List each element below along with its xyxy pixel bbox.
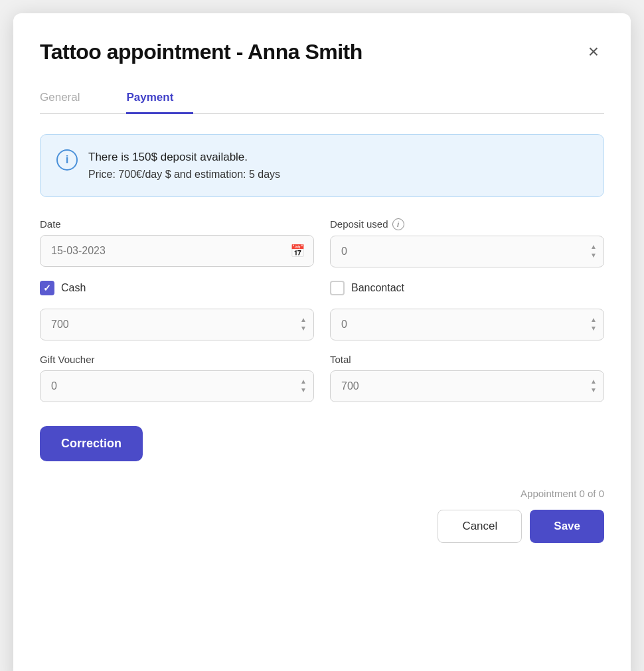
modal-title: Tattoo appointment - Anna Smith: [40, 40, 362, 64]
gift-total-row: Gift Voucher ▲ ▼ Total ▲ ▼: [40, 354, 604, 402]
bancontact-checkbox-group: Bancontact: [330, 281, 604, 295]
cash-spinner: ▲ ▼: [298, 316, 309, 333]
date-label: Date: [40, 218, 314, 230]
cancel-button[interactable]: Cancel: [438, 510, 522, 543]
cash-decrement[interactable]: ▼: [298, 325, 309, 333]
appointment-counter: Appointment 0 of 0: [521, 488, 604, 499]
cash-label: Cash: [61, 282, 86, 294]
cash-input[interactable]: [40, 309, 314, 340]
bancontact-checkbox[interactable]: [330, 281, 345, 295]
cash-input-wrapper: ▲ ▼: [40, 309, 314, 340]
bottom-section: Appointment 0 of 0 Cancel Save: [40, 488, 604, 543]
cash-bancontact-checkbox-row: Cash Bancontact: [40, 281, 604, 295]
deposit-label: Deposit used i: [330, 218, 604, 230]
modal-header: Tattoo appointment - Anna Smith ×: [40, 40, 604, 64]
bancontact-increment[interactable]: ▲: [588, 316, 599, 324]
date-deposit-row: Date 📅 Deposit used i ▲ ▼: [40, 218, 604, 267]
deposit-spinner: ▲ ▼: [588, 243, 599, 260]
deposit-input-wrapper: ▲ ▼: [330, 236, 604, 267]
cash-checkbox-wrapper: Cash: [40, 281, 314, 295]
deposit-input[interactable]: [330, 236, 604, 267]
bancontact-spinner: ▲ ▼: [588, 316, 599, 333]
bancontact-decrement[interactable]: ▼: [588, 325, 599, 333]
bancontact-checkbox-wrapper: Bancontact: [330, 281, 604, 295]
total-increment[interactable]: ▲: [588, 378, 599, 386]
gift-voucher-increment[interactable]: ▲: [298, 378, 309, 386]
date-group: Date 📅: [40, 218, 314, 267]
total-input[interactable]: [330, 370, 604, 402]
info-text: There is 150$ deposit available. Price: …: [88, 148, 280, 183]
info-icon: i: [56, 149, 78, 171]
cash-checkbox[interactable]: [40, 281, 54, 295]
tabs-container: General Payment: [40, 84, 604, 114]
total-spinner: ▲ ▼: [588, 378, 599, 394]
action-buttons: Cancel Save: [438, 510, 604, 543]
cash-amount-group: ▲ ▼: [40, 309, 314, 340]
deposit-decrement[interactable]: ▼: [588, 252, 599, 260]
gift-voucher-label: Gift Voucher: [40, 354, 314, 365]
info-box: i There is 150$ deposit available. Price…: [40, 134, 604, 197]
gift-voucher-input[interactable]: [40, 370, 314, 402]
gift-voucher-group: Gift Voucher ▲ ▼: [40, 354, 314, 402]
deposit-group: Deposit used i ▲ ▼: [330, 218, 604, 267]
bancontact-amount-group: ▲ ▼: [330, 309, 604, 340]
bancontact-input-wrapper: ▲ ▼: [330, 309, 604, 340]
info-sub-line: Price: 700€/day $ and estimation: 5 days: [88, 166, 280, 183]
tab-general[interactable]: General: [40, 84, 100, 114]
gift-voucher-decrement[interactable]: ▼: [298, 386, 309, 394]
gift-voucher-spinner: ▲ ▼: [298, 378, 309, 394]
bancontact-label: Bancontact: [351, 282, 404, 294]
total-group: Total ▲ ▼: [330, 354, 604, 402]
deposit-increment[interactable]: ▲: [588, 243, 599, 251]
info-main-line: There is 150$ deposit available.: [88, 148, 280, 166]
bancontact-input[interactable]: [330, 309, 604, 340]
date-input-wrapper: 📅: [40, 235, 314, 267]
total-decrement[interactable]: ▼: [588, 386, 599, 394]
total-label: Total: [330, 354, 604, 365]
gift-voucher-input-wrapper: ▲ ▼: [40, 370, 314, 402]
save-button[interactable]: Save: [530, 510, 604, 543]
cash-bancontact-amount-row: ▲ ▼ ▲ ▼: [40, 309, 604, 340]
total-input-wrapper: ▲ ▼: [330, 370, 604, 402]
cash-checkbox-group: Cash: [40, 281, 314, 295]
tab-payment[interactable]: Payment: [126, 84, 193, 114]
date-input[interactable]: [40, 235, 314, 267]
correction-button[interactable]: Correction: [40, 426, 143, 461]
close-button[interactable]: ×: [583, 40, 604, 64]
deposit-info-icon[interactable]: i: [392, 218, 404, 230]
cash-increment[interactable]: ▲: [298, 316, 309, 324]
modal-container: Tattoo appointment - Anna Smith × Genera…: [13, 13, 631, 671]
